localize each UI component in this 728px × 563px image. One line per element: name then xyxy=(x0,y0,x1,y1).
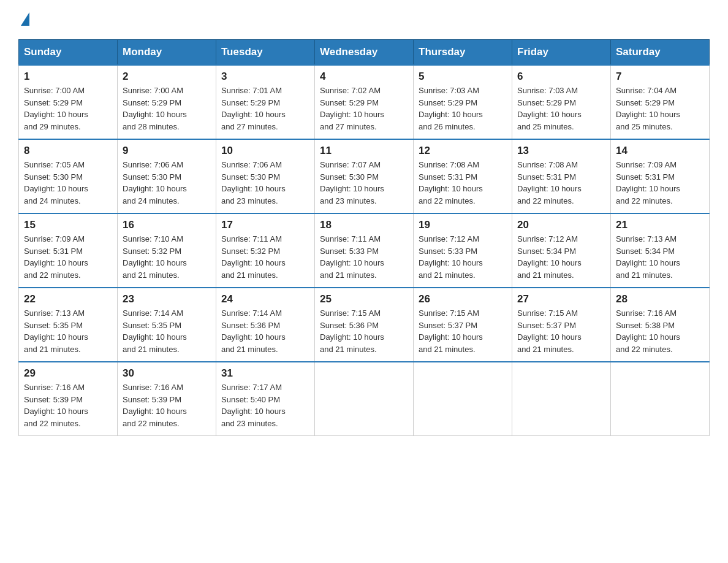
day-number: 5 xyxy=(419,71,507,83)
day-info: Sunrise: 7:15 AMSunset: 5:37 PMDaylight:… xyxy=(419,307,507,355)
calendar-cell: 9Sunrise: 7:06 AMSunset: 5:30 PMDaylight… xyxy=(118,139,216,213)
day-info: Sunrise: 7:03 AMSunset: 5:29 PMDaylight:… xyxy=(419,85,507,132)
calendar-cell: 27Sunrise: 7:15 AMSunset: 5:37 PMDayligh… xyxy=(512,288,611,362)
calendar-cell: 20Sunrise: 7:12 AMSunset: 5:34 PMDayligh… xyxy=(512,213,611,288)
day-info: Sunrise: 7:00 AMSunset: 5:29 PMDaylight:… xyxy=(24,85,112,132)
logo xyxy=(18,12,29,27)
day-number: 25 xyxy=(320,293,408,305)
calendar-cell: 25Sunrise: 7:15 AMSunset: 5:36 PMDayligh… xyxy=(315,288,414,362)
calendar-week-row: 1Sunrise: 7:00 AMSunset: 5:29 PMDaylight… xyxy=(19,65,710,139)
day-number: 30 xyxy=(123,367,211,380)
calendar-cell: 11Sunrise: 7:07 AMSunset: 5:30 PMDayligh… xyxy=(315,139,414,213)
day-info: Sunrise: 7:05 AMSunset: 5:30 PMDaylight:… xyxy=(24,159,112,207)
calendar-cell: 17Sunrise: 7:11 AMSunset: 5:32 PMDayligh… xyxy=(216,213,315,288)
calendar-cell: 12Sunrise: 7:08 AMSunset: 5:31 PMDayligh… xyxy=(414,139,512,213)
header-thursday: Thursday xyxy=(414,40,512,66)
header-monday: Monday xyxy=(118,40,216,66)
day-info: Sunrise: 7:01 AMSunset: 5:29 PMDaylight:… xyxy=(221,85,309,132)
header-sunday: Sunday xyxy=(19,40,118,66)
calendar-cell: 14Sunrise: 7:09 AMSunset: 5:31 PMDayligh… xyxy=(611,139,710,213)
calendar-cell: 10Sunrise: 7:06 AMSunset: 5:30 PMDayligh… xyxy=(216,139,315,213)
day-number: 8 xyxy=(24,145,112,157)
day-info: Sunrise: 7:08 AMSunset: 5:31 PMDaylight:… xyxy=(419,159,507,207)
day-number: 24 xyxy=(221,293,309,305)
day-number: 12 xyxy=(419,145,507,157)
day-info: Sunrise: 7:16 AMSunset: 5:39 PMDaylight:… xyxy=(24,381,112,429)
logo-triangle-icon xyxy=(21,12,29,26)
calendar-cell xyxy=(512,362,611,436)
day-number: 10 xyxy=(221,145,309,157)
day-info: Sunrise: 7:00 AMSunset: 5:29 PMDaylight:… xyxy=(123,85,211,132)
day-info: Sunrise: 7:08 AMSunset: 5:31 PMDaylight:… xyxy=(517,159,605,207)
day-info: Sunrise: 7:11 AMSunset: 5:32 PMDaylight:… xyxy=(221,233,309,281)
calendar-cell xyxy=(611,362,710,436)
day-info: Sunrise: 7:11 AMSunset: 5:33 PMDaylight:… xyxy=(320,233,408,281)
day-number: 28 xyxy=(616,293,704,305)
day-number: 17 xyxy=(221,219,309,231)
day-info: Sunrise: 7:06 AMSunset: 5:30 PMDaylight:… xyxy=(123,159,211,207)
day-info: Sunrise: 7:12 AMSunset: 5:34 PMDaylight:… xyxy=(517,233,605,281)
day-number: 9 xyxy=(123,145,211,157)
day-number: 21 xyxy=(616,219,704,231)
day-number: 6 xyxy=(517,71,605,83)
calendar-cell xyxy=(414,362,512,436)
day-number: 18 xyxy=(320,219,408,231)
calendar-cell: 29Sunrise: 7:16 AMSunset: 5:39 PMDayligh… xyxy=(19,362,118,436)
calendar-cell: 8Sunrise: 7:05 AMSunset: 5:30 PMDaylight… xyxy=(19,139,118,213)
day-info: Sunrise: 7:10 AMSunset: 5:32 PMDaylight:… xyxy=(123,233,211,281)
calendar-cell: 24Sunrise: 7:14 AMSunset: 5:36 PMDayligh… xyxy=(216,288,315,362)
calendar-cell: 4Sunrise: 7:02 AMSunset: 5:29 PMDaylight… xyxy=(315,65,414,139)
calendar-cell: 28Sunrise: 7:16 AMSunset: 5:38 PMDayligh… xyxy=(611,288,710,362)
calendar-week-row: 8Sunrise: 7:05 AMSunset: 5:30 PMDaylight… xyxy=(19,139,710,213)
day-number: 22 xyxy=(24,293,112,305)
header-friday: Friday xyxy=(512,40,611,66)
calendar-cell: 21Sunrise: 7:13 AMSunset: 5:34 PMDayligh… xyxy=(611,213,710,288)
day-number: 20 xyxy=(517,219,605,231)
day-info: Sunrise: 7:15 AMSunset: 5:36 PMDaylight:… xyxy=(320,307,408,355)
day-info: Sunrise: 7:17 AMSunset: 5:40 PMDaylight:… xyxy=(221,381,309,429)
day-number: 4 xyxy=(320,71,408,83)
day-info: Sunrise: 7:06 AMSunset: 5:30 PMDaylight:… xyxy=(221,159,309,207)
calendar-cell: 5Sunrise: 7:03 AMSunset: 5:29 PMDaylight… xyxy=(414,65,512,139)
day-info: Sunrise: 7:15 AMSunset: 5:37 PMDaylight:… xyxy=(517,307,605,355)
header-saturday: Saturday xyxy=(611,40,710,66)
day-number: 13 xyxy=(517,145,605,157)
day-number: 7 xyxy=(616,71,704,83)
day-number: 29 xyxy=(24,367,112,380)
day-number: 16 xyxy=(123,219,211,231)
day-number: 14 xyxy=(616,145,704,157)
day-number: 15 xyxy=(24,219,112,231)
day-info: Sunrise: 7:04 AMSunset: 5:29 PMDaylight:… xyxy=(616,85,704,132)
calendar-cell: 22Sunrise: 7:13 AMSunset: 5:35 PMDayligh… xyxy=(19,288,118,362)
day-info: Sunrise: 7:16 AMSunset: 5:39 PMDaylight:… xyxy=(123,381,211,429)
calendar-cell: 2Sunrise: 7:00 AMSunset: 5:29 PMDaylight… xyxy=(118,65,216,139)
calendar-week-row: 15Sunrise: 7:09 AMSunset: 5:31 PMDayligh… xyxy=(19,213,710,288)
day-number: 3 xyxy=(221,71,309,83)
day-info: Sunrise: 7:13 AMSunset: 5:35 PMDaylight:… xyxy=(24,307,112,355)
calendar-cell: 31Sunrise: 7:17 AMSunset: 5:40 PMDayligh… xyxy=(216,362,315,436)
day-info: Sunrise: 7:13 AMSunset: 5:34 PMDaylight:… xyxy=(616,233,704,281)
calendar-cell: 26Sunrise: 7:15 AMSunset: 5:37 PMDayligh… xyxy=(414,288,512,362)
day-info: Sunrise: 7:12 AMSunset: 5:33 PMDaylight:… xyxy=(419,233,507,281)
day-number: 26 xyxy=(419,293,507,305)
header-wednesday: Wednesday xyxy=(315,40,414,66)
calendar-cell: 15Sunrise: 7:09 AMSunset: 5:31 PMDayligh… xyxy=(19,213,118,288)
day-info: Sunrise: 7:09 AMSunset: 5:31 PMDaylight:… xyxy=(616,159,704,207)
day-number: 27 xyxy=(517,293,605,305)
calendar-cell: 16Sunrise: 7:10 AMSunset: 5:32 PMDayligh… xyxy=(118,213,216,288)
calendar-cell: 23Sunrise: 7:14 AMSunset: 5:35 PMDayligh… xyxy=(118,288,216,362)
calendar-cell: 30Sunrise: 7:16 AMSunset: 5:39 PMDayligh… xyxy=(118,362,216,436)
day-info: Sunrise: 7:02 AMSunset: 5:29 PMDaylight:… xyxy=(320,85,408,132)
calendar-cell: 7Sunrise: 7:04 AMSunset: 5:29 PMDaylight… xyxy=(611,65,710,139)
day-info: Sunrise: 7:03 AMSunset: 5:29 PMDaylight:… xyxy=(517,85,605,132)
calendar-cell: 6Sunrise: 7:03 AMSunset: 5:29 PMDaylight… xyxy=(512,65,611,139)
day-number: 2 xyxy=(123,71,211,83)
day-number: 31 xyxy=(221,367,309,380)
header-tuesday: Tuesday xyxy=(216,40,315,66)
day-info: Sunrise: 7:09 AMSunset: 5:31 PMDaylight:… xyxy=(24,233,112,281)
calendar-cell: 13Sunrise: 7:08 AMSunset: 5:31 PMDayligh… xyxy=(512,139,611,213)
calendar-cell: 1Sunrise: 7:00 AMSunset: 5:29 PMDaylight… xyxy=(19,65,118,139)
day-info: Sunrise: 7:16 AMSunset: 5:38 PMDaylight:… xyxy=(616,307,704,355)
day-info: Sunrise: 7:14 AMSunset: 5:35 PMDaylight:… xyxy=(123,307,211,355)
calendar-cell: 3Sunrise: 7:01 AMSunset: 5:29 PMDaylight… xyxy=(216,65,315,139)
